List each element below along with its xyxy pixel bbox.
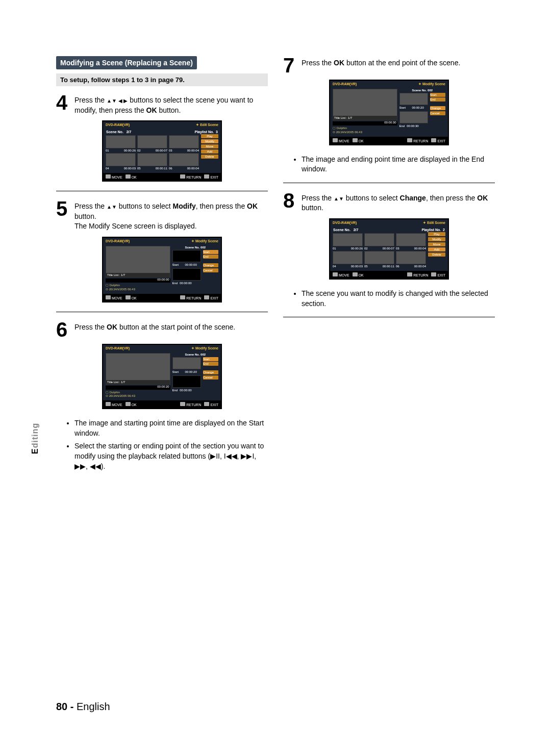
step-7: 7 Press the OK button at the end point o…: [283, 56, 495, 74]
screenshot-modify-scene-3: DVD-RAM(VR)✦ Modify Scene Title List : 1…: [329, 80, 449, 145]
step-text: Press the ▲▼ buttons to select Change, t…: [302, 191, 495, 213]
arrow-icons: ▲▼ ◀ ▶: [107, 97, 128, 105]
step-text: Press the OK button at the start point o…: [74, 320, 235, 333]
step-text: Press the ▲▼ ◀ ▶ buttons to select the s…: [74, 93, 268, 115]
arrow-icons: ▲▼: [334, 195, 344, 203]
screenshot-edit-scene-2: DVD-RAM(VR)✦ Edit Scene Scene No. 2/7Pla…: [329, 218, 449, 280]
help-bar: MOVE OK RETURN EXIT: [103, 173, 221, 181]
step-number: 7: [283, 56, 296, 74]
step-8-bullets: The scene you want to modify is changed …: [283, 289, 495, 309]
step-number: 8: [283, 191, 296, 210]
screenshot-modify-scene-1: DVD-RAM(VR)✦ Modify Scene Title List : 1…: [102, 237, 222, 303]
step-6: 6 Press the OK button at the start point…: [56, 320, 268, 339]
step-number: 6: [56, 320, 69, 339]
step-8: 8 Press the ▲▼ buttons to select Change,…: [283, 191, 495, 213]
sub-header: To setup, follow steps 1 to 3 in page 79…: [56, 73, 268, 86]
screenshot-modify-scene-2: DVD-RAM(VR)✦ Modify Scene Title List : 1…: [102, 344, 222, 410]
step-4: 4 Press the ▲▼ ◀ ▶ buttons to select the…: [56, 93, 268, 115]
section-header: Modifying a Scene (Replacing a Scene): [56, 56, 197, 69]
step-text: Press the OK button at the end point of …: [302, 56, 460, 68]
step-5: 5 Press the ▲▼ buttons to select Modify,…: [56, 199, 268, 232]
screenshot-edit-scene-1: DVD-RAM(VR)✦ Edit Scene Scene No. 2/7Pla…: [102, 120, 222, 182]
arrow-icons: ▲▼: [107, 204, 117, 211]
section-tab: Editing: [31, 423, 40, 454]
step-text: Press the ▲▼ buttons to select Modify, t…: [74, 199, 268, 232]
page-footer: 80 - English: [56, 701, 110, 713]
step-6-bullets: The image and starting point time are di…: [56, 418, 268, 471]
step-number: 5: [56, 199, 69, 218]
step-number: 4: [56, 93, 69, 112]
step-7-bullets: The image and ending point time are disp…: [283, 155, 495, 174]
